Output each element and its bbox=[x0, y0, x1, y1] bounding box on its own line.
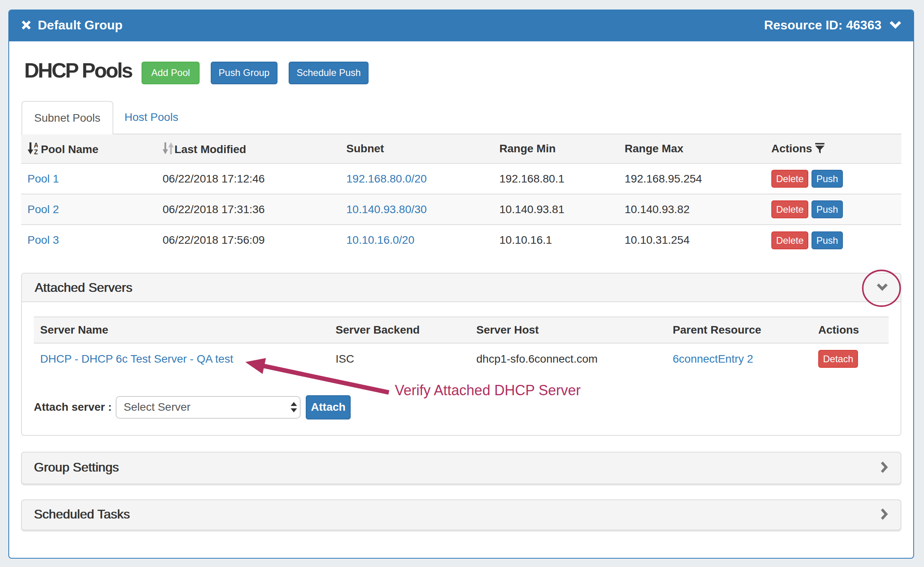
svg-text:A: A bbox=[34, 142, 38, 149]
svg-text:Z: Z bbox=[34, 149, 38, 155]
